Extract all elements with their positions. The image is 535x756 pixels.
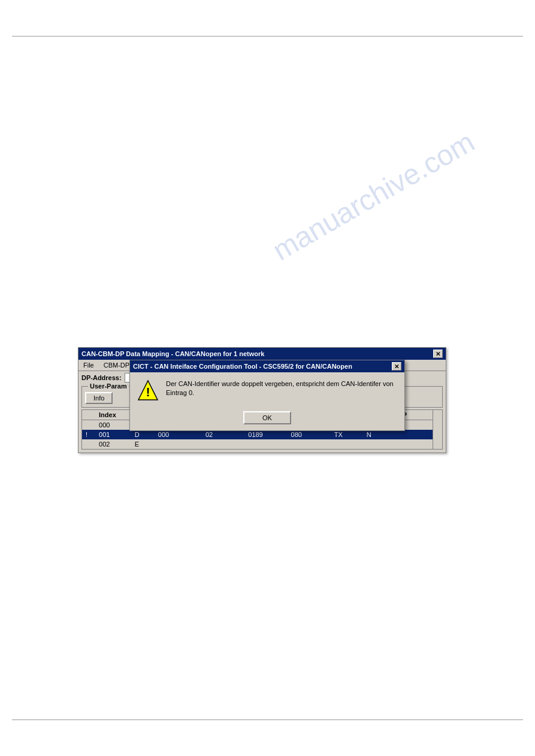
warning-icon: ! [137, 379, 159, 401]
dialog-overlay: CICT - CAN Inteiface Configuration Tool … [78, 348, 446, 453]
main-window: CAN-CBM-DP Data Mapping - CAN/CANopen fo… [78, 347, 446, 453]
dialog-title: CICT - CAN Inteiface Configuration Tool … [133, 363, 352, 370]
dialog-titlebar: CICT - CAN Inteiface Configuration Tool … [130, 360, 404, 372]
dialog-buttons: OK [130, 408, 404, 430]
watermark: manuarchive.com [267, 125, 480, 267]
dialog-window: CICT - CAN Inteiface Configuration Tool … [129, 360, 405, 431]
dialog-content: ! Der CAN-Identifier wurde doppelt verge… [130, 372, 404, 408]
ok-button[interactable]: OK [243, 411, 291, 424]
dialog-message: Der CAN-Identifier wurde doppelt vergebe… [166, 379, 397, 398]
page-container: manuarchive.com CAN-CBM-DP Data Mapping … [0, 0, 535, 756]
top-rule [12, 36, 523, 37]
svg-text:!: ! [146, 385, 150, 399]
bottom-rule [12, 719, 523, 720]
dialog-close-button[interactable]: ✕ [392, 362, 401, 371]
